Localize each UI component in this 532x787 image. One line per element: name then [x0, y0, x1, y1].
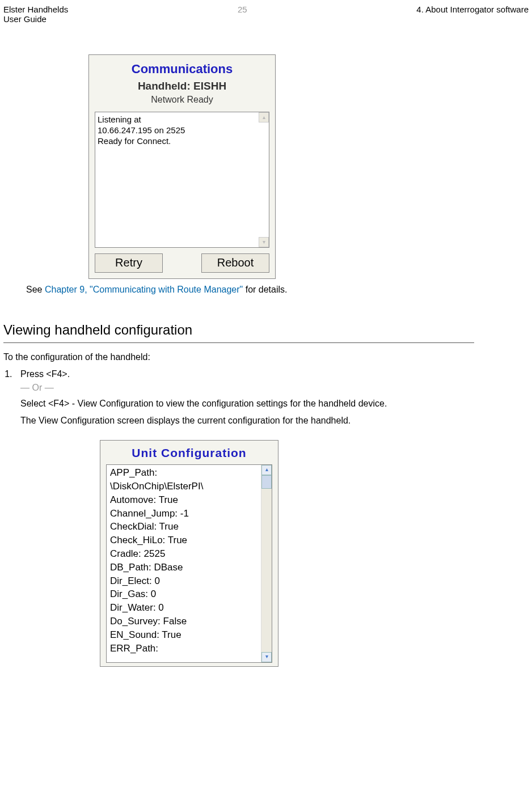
header-page-number: 25: [238, 5, 247, 24]
config-line: Channel_Jump: -1: [110, 507, 260, 521]
config-line: ERR_Path:: [110, 642, 260, 655]
status-textbox[interactable]: Listening at 10.66.247.195 on 2525 Ready…: [95, 112, 269, 248]
header-left: Elster Handhelds User Guide: [3, 5, 68, 24]
or-separator: — Or —: [20, 383, 529, 393]
section-rule: [3, 342, 474, 343]
header-section: 4. About Interrogator software: [416, 5, 529, 24]
scrollbar-track[interactable]: [261, 465, 272, 662]
unit-configuration-window: Unit Configuration APP_Path:\DiskOnChip\…: [100, 440, 278, 667]
unit-configuration-title: Unit Configuration: [104, 446, 275, 460]
section-title: Viewing handheld configuration: [3, 322, 529, 339]
scroll-up-icon[interactable]: ▴: [259, 112, 269, 122]
config-line: Dir_Gas: 0: [110, 587, 260, 601]
reboot-button[interactable]: Reboot: [201, 253, 269, 273]
header-doc-type: User Guide: [3, 14, 68, 24]
config-line: CheckDial: True: [110, 520, 260, 534]
step-1b-pre: Select: [20, 399, 48, 408]
config-line: Automove: True: [110, 493, 260, 507]
step-1: Press <F4>. — Or — Select <F4> - View Co…: [15, 369, 529, 426]
see-reference: See Chapter 9, "Communicating with Route…: [26, 285, 529, 295]
config-line: APP_Path:: [110, 466, 260, 480]
scroll-up-icon[interactable]: ▴: [261, 465, 272, 475]
retry-button[interactable]: Retry: [95, 253, 163, 273]
communications-window: Communications Handheld: EISHH Network R…: [88, 54, 276, 279]
config-line: Cradle: 2525: [110, 547, 260, 561]
intro-text: To the configuration of the handheld:: [3, 352, 529, 362]
configuration-lines: APP_Path:\DiskOnChip\ElsterPI\Automove: …: [110, 466, 260, 655]
step-1b: Select <F4> - View Configuration to view…: [20, 397, 451, 410]
network-status: Network Ready: [94, 95, 271, 105]
scroll-down-icon[interactable]: ▾: [261, 652, 272, 662]
handheld-label: Handheld: EISHH: [94, 80, 271, 92]
config-line: Check_HiLo: True: [110, 534, 260, 547]
see-text-pre: See: [26, 285, 45, 294]
step-1b-post: to view the configuration settings for t…: [154, 399, 387, 408]
status-line: 10.66.247.195 on 2525: [98, 125, 259, 136]
see-text-post: for details.: [243, 285, 287, 294]
communications-title: Communications: [94, 62, 271, 77]
status-line: Ready for Connect.: [98, 136, 259, 147]
config-line: Dir_Elect: 0: [110, 574, 260, 588]
page-header: Elster Handhelds User Guide 25 4. About …: [0, 0, 532, 26]
step-1b-bold: <F4> - View Configuration: [48, 399, 154, 408]
config-line: \DiskOnChip\ElsterPI\: [110, 480, 260, 493]
config-line: DB_Path: DBase: [110, 561, 260, 574]
step-1c: The View Configuration screen displays t…: [20, 414, 451, 427]
scroll-down-icon[interactable]: ▾: [259, 237, 269, 247]
step-1a: Press <F4>.: [20, 369, 529, 379]
config-line: EN_Sound: True: [110, 628, 260, 642]
configuration-listbox[interactable]: APP_Path:\DiskOnChip\ElsterPI\Automove: …: [106, 464, 272, 663]
config-line: Dir_Water: 0: [110, 601, 260, 615]
config-line: Do_Survey: False: [110, 615, 260, 628]
steps-list: Press <F4>. — Or — Select <F4> - View Co…: [15, 369, 529, 426]
status-line: Listening at: [98, 115, 259, 125]
chapter-9-link[interactable]: Chapter 9, "Communicating with Route Man…: [45, 285, 243, 294]
scrollbar-thumb[interactable]: [261, 475, 272, 489]
button-row: Retry Reboot: [95, 253, 269, 273]
header-product: Elster Handhelds: [3, 5, 68, 14]
